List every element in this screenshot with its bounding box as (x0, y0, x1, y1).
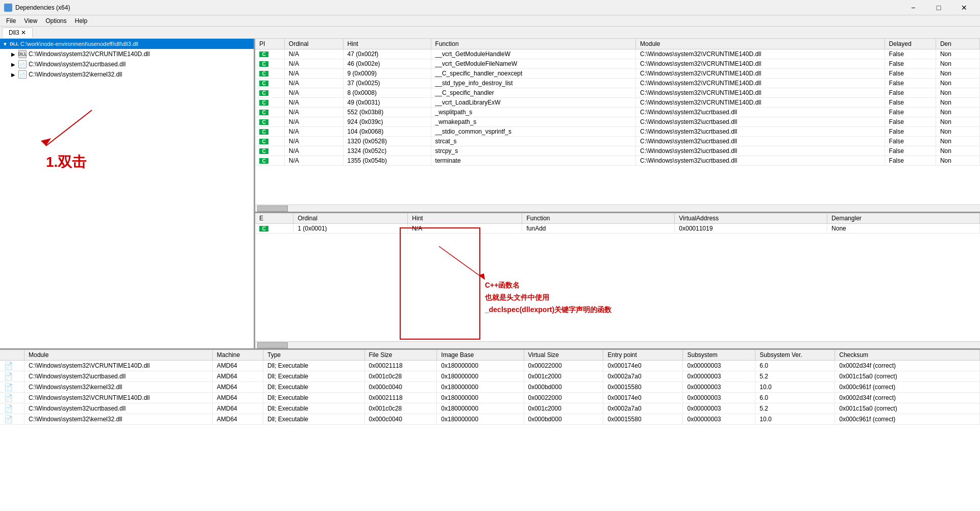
subsystem-cell: 0x00000003 (683, 403, 755, 414)
app-icon (4, 4, 12, 12)
virtualsize-cell: 0x00022000 (524, 361, 603, 371)
exports-scrollbar-h[interactable] (255, 341, 980, 348)
col-machine: Machine (212, 350, 263, 361)
col-module-info (0, 350, 24, 361)
filesize-cell: 0x001c0c28 (364, 403, 437, 414)
machine-cell: AMD64 (212, 414, 263, 425)
checksum-cell: 0x000c961f (correct) (835, 382, 980, 393)
machine-cell: AMD64 (212, 361, 263, 371)
ordinal-cell: N/A (284, 146, 343, 156)
expand-icon[interactable]: ▼ (2, 41, 8, 47)
function-cell: __vcrt_GetModuleHandleW (431, 49, 635, 59)
module-name-cell: C:\Windows\system32\VCRUNTIME140D.dll (24, 393, 213, 403)
col-virtualaddress: VirtualAddress (675, 213, 827, 224)
table-row[interactable]: C N/A 9 (0x0009) __C_specific_handler_no… (255, 69, 980, 79)
function-cell: __C_specific_handler (431, 88, 635, 98)
type-cell: Dll; Executable (263, 393, 364, 403)
table-row[interactable]: C N/A 1355 (0x054b) terminate C:\Windows… (255, 156, 980, 166)
minimize-button[interactable]: − (901, 0, 925, 15)
delayed-cell: False (885, 79, 936, 88)
tab-dll3[interactable]: Dll3 ✕ (2, 28, 33, 38)
table-row[interactable]: 📄 C:\Windows\system32\kernel32.dll AMD64… (0, 382, 980, 393)
hint-cell: 8 (0x0008) (343, 88, 431, 98)
table-row[interactable]: C 1 (0x0001) N/A funAdd 0x00011019 None (255, 224, 980, 234)
expand-icon-kernel32[interactable]: ▶ (10, 71, 16, 78)
module-cell: C:\Windows\system32\ucrtbased.dll (636, 108, 885, 117)
table-row[interactable]: C N/A 46 (0x002e) __vcrt_GetModuleFileNa… (255, 59, 980, 69)
table-row[interactable]: C N/A 47 (0x002f) __vcrt_GetModuleHandle… (255, 49, 980, 59)
maximize-button[interactable]: □ (927, 0, 950, 15)
col-hint: Hint (343, 39, 431, 49)
ordinal-cell: N/A (284, 59, 343, 69)
ordinal-cell: N/A (284, 98, 343, 108)
table-row[interactable]: 📄 C:\Windows\system32\kernel32.dll AMD64… (0, 414, 980, 425)
dll-icon: DLL (10, 40, 18, 48)
tree-item-ucrtbased[interactable]: ▶ 📄 C:\Windows\system32\ucrtbased.dll (8, 59, 254, 69)
table-row[interactable]: 📄 C:\Windows\system32\VCRUNTIME140D.dll … (0, 393, 980, 403)
module-cell: C:\Windows\system32\ucrtbased.dll (636, 146, 885, 156)
table-row[interactable]: C N/A 1324 (0x052c) strcpy_s C:\Windows\… (255, 146, 980, 156)
menu-file[interactable]: File (2, 16, 20, 25)
imagebase-cell: 0x180000000 (437, 414, 524, 425)
menu-options[interactable]: Options (41, 16, 70, 25)
table-row[interactable]: C N/A 924 (0x039c) _wmakepath_s C:\Windo… (255, 117, 980, 127)
module-cell: C:\Windows\system32\VCRUNTIME140D.dll (636, 69, 885, 79)
tree-item-kernel32[interactable]: ▶ 📄 C:\Windows\system32\kernel32.dll (8, 69, 254, 80)
window-controls: − □ ✕ (901, 0, 976, 15)
pi-cell: C (255, 108, 284, 117)
tree-item-vcruntime[interactable]: ▶ DLL C:\Windows\system32\VCRUNTIME140D.… (8, 49, 254, 59)
den-cell: Non (936, 137, 979, 146)
function-cell: __vcrt_GetModuleFileNameW (431, 59, 635, 69)
table-row[interactable]: C N/A 104 (0x0068) __stdio_common_vsprin… (255, 127, 980, 137)
tab-bar: Dll3 ✕ (0, 27, 980, 39)
exports-scroll[interactable]: E Ordinal Hint Function VirtualAddress D… (255, 213, 980, 341)
hint-cell: 104 (0x0068) (343, 127, 431, 137)
col-checksum: Checksum (835, 350, 980, 361)
table-row[interactable]: 📄 C:\Windows\system32\ucrtbased.dll AMD6… (0, 403, 980, 414)
module-cell: C:\Windows\system32\VCRUNTIME140D.dll (636, 79, 885, 88)
menu-view[interactable]: View (20, 16, 41, 25)
machine-cell: AMD64 (212, 403, 263, 414)
top-section: ▼ DLL C:\work\node-environment\usenodeff… (0, 39, 980, 350)
exports-scrollbar-thumb[interactable] (257, 342, 288, 348)
table-row[interactable]: C N/A 552 (0x03b8) _wsplitpath_s C:\Wind… (255, 108, 980, 117)
subsystemver-cell: 5.2 (755, 371, 835, 382)
subsystem-cell: 0x00000003 (683, 382, 755, 393)
tree-label-dll3: C:\work\node-environment\usenodeffi\dll\… (20, 41, 138, 47)
imports-scroll[interactable]: PI Ordinal Hint Function Module Delayed … (255, 39, 980, 205)
table-row[interactable]: C N/A 49 (0x0031) __vcrt_LoadLibraryExW … (255, 98, 980, 108)
tree-label-kernel32: C:\Windows\system32\kernel32.dll (29, 71, 122, 78)
imports-table-area: PI Ordinal Hint Function Module Delayed … (255, 39, 980, 213)
tree-item-dll3[interactable]: ▼ DLL C:\work\node-environment\usenodeff… (0, 39, 254, 49)
ordinal-cell: N/A (284, 156, 343, 166)
table-row[interactable]: 📄 C:\Windows\system32\ucrtbased.dll AMD6… (0, 371, 980, 382)
imports-scrollbar-h[interactable] (255, 205, 980, 212)
module-cell: C:\Windows\system32\ucrtbased.dll (636, 127, 885, 137)
expand-icon-vcruntime[interactable]: ▶ (10, 51, 16, 57)
svg-line-4 (46, 110, 92, 146)
table-row[interactable]: C N/A 8 (0x0008) __C_specific_handler C:… (255, 88, 980, 98)
pi-cell: C (255, 98, 284, 108)
type-cell: Dll; Executable (263, 403, 364, 414)
col-hint-e: Hint (408, 213, 522, 224)
hint-cell: 37 (0x0025) (343, 79, 431, 88)
menu-help[interactable]: Help (71, 16, 92, 25)
imports-scrollbar-thumb[interactable] (257, 206, 288, 212)
col-function-e: Function (522, 213, 675, 224)
close-button[interactable]: ✕ (952, 0, 976, 15)
expand-icon-ucrtbased[interactable]: ▶ (10, 61, 16, 67)
table-row[interactable]: 📄 C:\Windows\system32\VCRUNTIME140D.dll … (0, 361, 980, 371)
col-type: Type (263, 350, 364, 361)
function-cell: _wsplitpath_s (431, 108, 635, 117)
virtualsize-cell: 0x001c2000 (524, 403, 603, 414)
table-row[interactable]: C N/A 37 (0x0025) __std_type_info_destro… (255, 79, 980, 88)
subsystemver-cell: 5.2 (755, 403, 835, 414)
entrypoint-cell: 0x00015580 (603, 382, 683, 393)
subsystem-cell: 0x00000003 (683, 414, 755, 425)
delayed-cell: False (885, 49, 936, 59)
svg-marker-5 (41, 138, 51, 146)
module-name-cell: C:\Windows\system32\ucrtbased.dll (24, 403, 213, 414)
type-cell: Dll; Executable (263, 361, 364, 371)
table-row[interactable]: C N/A 1320 (0x0528) strcat_s C:\Windows\… (255, 137, 980, 146)
filesize-cell: 0x000c0040 (364, 382, 437, 393)
